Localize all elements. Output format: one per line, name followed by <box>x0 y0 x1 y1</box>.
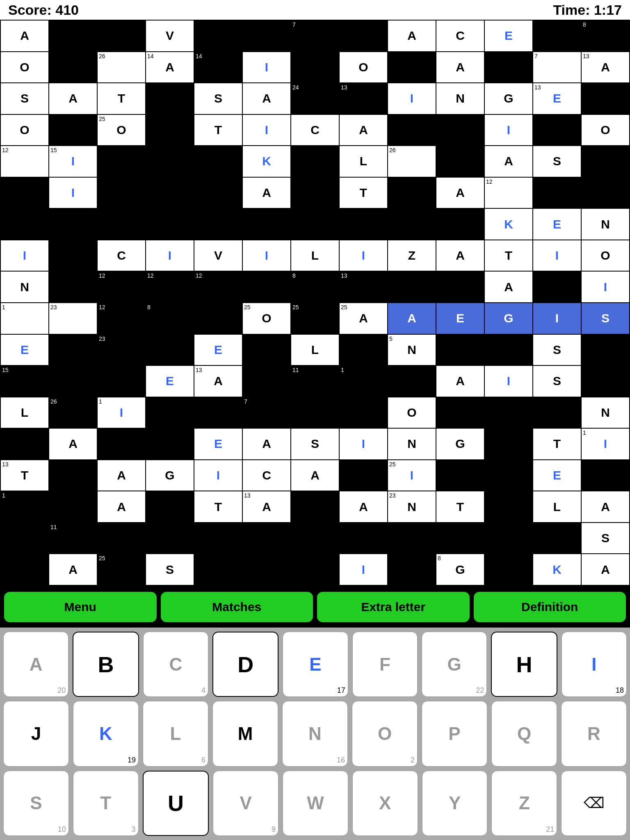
cell-r4c3[interactable]: O25 <box>98 115 145 146</box>
cell-r2c3[interactable]: 26 <box>98 52 145 83</box>
cell-r8c8[interactable]: I <box>340 240 387 271</box>
cell-r3c10[interactable]: N <box>436 83 484 114</box>
cell-r14c9[interactable]: N <box>388 429 436 459</box>
cell-r11c12[interactable]: S <box>533 335 581 365</box>
cell-r4c5[interactable]: T <box>194 115 242 146</box>
cell-r18c8[interactable]: I <box>340 554 387 585</box>
cell-r16c6[interactable]: A13 <box>243 491 290 522</box>
cell-r10c11[interactable]: G <box>485 303 532 334</box>
key-backspace[interactable]: ⌫ <box>561 771 627 836</box>
key-A[interactable]: A 20 <box>3 632 68 697</box>
cell-r14c6[interactable]: A <box>243 429 290 459</box>
cell-r15c3[interactable]: A <box>98 460 145 491</box>
key-V[interactable]: V 9 <box>213 771 278 836</box>
cell-r13c13[interactable]: N <box>582 397 629 428</box>
extra-letter-button[interactable]: Extra letter <box>317 592 470 622</box>
cell-r2c13[interactable]: A13 <box>582 52 629 83</box>
key-J[interactable]: J <box>3 701 69 766</box>
cell-r3c2[interactable]: A <box>49 83 97 114</box>
cell-r1c4[interactable]: V <box>146 21 194 51</box>
cell-r9c11[interactable]: A <box>485 272 532 302</box>
cell-r11c9[interactable]: N5 <box>388 335 436 365</box>
cell-r18c13[interactable]: A <box>582 554 629 585</box>
cell-r13c3[interactable]: I1 <box>98 397 145 428</box>
cell-r5c11[interactable]: A <box>485 146 532 177</box>
cell-r6c8[interactable]: T <box>340 178 387 208</box>
cell-r10c9[interactable]: A <box>388 303 436 334</box>
cell-r16c5[interactable]: T <box>194 491 242 522</box>
cell-r8c3[interactable]: C <box>98 240 145 271</box>
cell-r10c10[interactable]: E <box>436 303 484 334</box>
cell-r15c6[interactable]: C <box>243 460 290 491</box>
cell-r12c4[interactable]: E <box>146 366 194 397</box>
cell-r18c10[interactable]: G8 <box>436 554 484 585</box>
key-N[interactable]: N 16 <box>282 701 348 766</box>
cell-r3c5[interactable]: S <box>194 83 242 114</box>
cell-r8c1[interactable]: I <box>1 240 48 271</box>
cell-r15c12[interactable]: E <box>533 460 581 491</box>
key-U[interactable]: U <box>143 771 209 836</box>
cell-r15c4[interactable]: G <box>146 460 194 491</box>
cell-r1c9[interactable]: A <box>388 21 436 51</box>
cell-r6c2[interactable]: I <box>49 178 97 208</box>
cell-r2c10[interactable]: A <box>436 52 484 83</box>
cell-r10c12[interactable]: I <box>533 303 581 334</box>
cell-r7c13[interactable]: N <box>582 209 629 240</box>
cell-r14c2[interactable]: A <box>49 429 97 459</box>
cell-r14c13[interactable]: I1 <box>582 429 629 459</box>
cell-r7c11[interactable]: K <box>485 209 532 240</box>
cell-r1c1[interactable]: A <box>1 21 48 51</box>
key-M[interactable]: M <box>212 701 278 766</box>
key-Z[interactable]: Z 21 <box>491 771 557 836</box>
key-H[interactable]: H <box>491 632 557 697</box>
cell-r4c1[interactable]: O <box>1 115 48 146</box>
cell-r1c10[interactable]: C <box>436 21 484 51</box>
cell-r6c11[interactable]: 12 <box>485 178 532 208</box>
cell-r5c12[interactable]: S <box>533 146 581 177</box>
crossword-grid[interactable]: A 26 V 7 A C E 8 O 26 A14 14 I O A 7 A13… <box>0 20 630 586</box>
cell-r14c7[interactable]: S <box>291 429 339 459</box>
cell-r3c11[interactable]: G <box>485 83 532 114</box>
key-Y[interactable]: Y <box>422 771 488 836</box>
cell-r10c2[interactable]: 23 <box>49 303 97 334</box>
cell-r2c12[interactable]: 7 <box>533 52 581 83</box>
cell-r8c11[interactable]: T <box>485 240 532 271</box>
cell-r12c10[interactable]: A <box>436 366 484 397</box>
cell-r13c1[interactable]: L <box>1 397 48 428</box>
cell-r8c5[interactable]: V <box>194 240 242 271</box>
cell-r16c3[interactable]: A <box>98 491 145 522</box>
key-L[interactable]: L 6 <box>143 701 208 766</box>
cell-r16c9[interactable]: N23 <box>388 491 436 522</box>
key-B[interactable]: B <box>73 632 139 697</box>
cell-r3c12[interactable]: E13 <box>533 83 581 114</box>
cell-r10c8[interactable]: A25 <box>340 303 387 334</box>
cell-r5c1[interactable]: 12 <box>1 146 48 177</box>
key-P[interactable]: P <box>422 701 487 766</box>
cell-r17c13[interactable]: S <box>582 523 629 554</box>
cell-r15c9[interactable]: I25 <box>388 460 436 491</box>
cell-r10c6[interactable]: O25 <box>243 303 290 334</box>
cell-r8c10[interactable]: A <box>436 240 484 271</box>
cell-r11c5[interactable]: E <box>194 335 242 365</box>
menu-button[interactable]: Menu <box>4 592 157 622</box>
cell-r14c5[interactable]: E <box>194 429 242 459</box>
cell-r18c2[interactable]: A <box>49 554 97 585</box>
key-T[interactable]: T 3 <box>73 771 139 836</box>
cell-r18c12[interactable]: K <box>533 554 581 585</box>
cell-r15c5[interactable]: I <box>194 460 242 491</box>
key-F[interactable]: F <box>352 632 418 697</box>
cell-r8c7[interactable]: L <box>291 240 339 271</box>
cell-r12c11[interactable]: I <box>485 366 532 397</box>
key-E[interactable]: E 17 <box>283 632 348 697</box>
cell-r9c1[interactable]: N <box>1 272 48 302</box>
definition-button[interactable]: Definition <box>474 592 626 622</box>
cell-r8c4[interactable]: I <box>146 240 194 271</box>
key-G[interactable]: G 22 <box>422 632 487 697</box>
cell-r2c4[interactable]: A14 <box>146 52 194 83</box>
cell-r11c1[interactable]: E <box>1 335 48 365</box>
key-W[interactable]: W <box>283 771 348 836</box>
cell-r2c8[interactable]: O <box>340 52 387 83</box>
cell-r3c3[interactable]: T <box>98 83 145 114</box>
cell-r14c12[interactable]: T <box>533 429 581 459</box>
cell-r16c8[interactable]: A <box>340 491 387 522</box>
